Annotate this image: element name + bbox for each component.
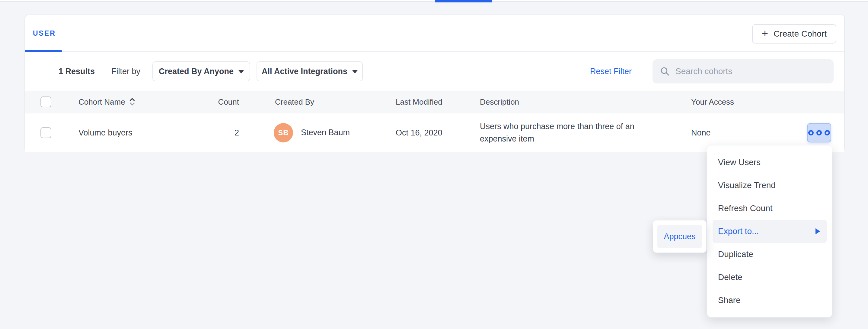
cohort-name-link[interactable]: Volume buyers: [79, 128, 132, 137]
filter-by-label: Filter by: [112, 67, 140, 76]
menu-item-appcues[interactable]: Appcues: [657, 225, 702, 248]
column-header-created-by[interactable]: Created By: [275, 97, 314, 106]
description-value: Users who purchase more than three of an…: [480, 120, 655, 145]
avatar: SB: [274, 123, 293, 142]
filter-bar: 1 Results Filter by Created By Anyone Al…: [25, 52, 844, 91]
integrations-dropdown[interactable]: All Active Integrations: [256, 61, 363, 81]
row-checkbox[interactable]: [40, 127, 51, 138]
created-by-dropdown-value: Created By Anyone: [159, 67, 234, 76]
menu-item-share[interactable]: Share: [707, 289, 832, 312]
menu-item-refresh-count[interactable]: Refresh Count: [707, 197, 832, 220]
create-cohort-button[interactable]: + Create Cohort: [752, 24, 836, 44]
more-dots-icon: [825, 130, 830, 135]
plus-icon: +: [762, 28, 768, 39]
create-cohort-label: Create Cohort: [774, 29, 827, 39]
sort-icon[interactable]: [129, 98, 135, 106]
tabs-row: USER + Create Cohort: [25, 15, 844, 52]
menu-item-export-to-label: Export to...: [718, 226, 759, 236]
active-nav-tab-indicator: [435, 0, 492, 2]
search-icon: [660, 66, 670, 77]
menu-item-duplicate[interactable]: Duplicate: [707, 243, 832, 266]
search-cohorts-input[interactable]: [676, 59, 834, 83]
column-header-cohort-name[interactable]: Cohort Name: [79, 97, 135, 106]
reset-filter-link[interactable]: Reset Filter: [590, 67, 632, 76]
vertical-divider: [102, 65, 102, 78]
menu-item-view-users[interactable]: View Users: [707, 151, 832, 174]
export-submenu: Appcues: [653, 220, 707, 253]
search-cohorts-box[interactable]: [652, 59, 834, 83]
tab-user-label: USER: [25, 29, 56, 37]
column-header-count[interactable]: Count: [191, 97, 239, 106]
integrations-dropdown-value: All Active Integrations: [262, 67, 347, 76]
results-count: 1 Results: [59, 67, 95, 76]
menu-item-delete[interactable]: Delete: [707, 266, 832, 289]
top-nav-strip: [0, 0, 868, 2]
chevron-down-icon: [239, 70, 244, 74]
row-actions-button[interactable]: [807, 123, 831, 142]
menu-item-visualize-trend[interactable]: Visualize Trend: [707, 174, 832, 197]
chevron-down-icon: [352, 70, 358, 74]
column-header-your-access[interactable]: Your Access: [691, 97, 734, 106]
cohort-count: 2: [191, 128, 239, 137]
column-header-last-modified[interactable]: Last Modified: [396, 97, 442, 106]
cohort-name-header-label: Cohort Name: [79, 97, 125, 106]
creator-name: Steven Baum: [301, 128, 350, 137]
cohorts-card: USER + Create Cohort 1 Results Filter by…: [25, 15, 845, 152]
table-header: Cohort Name Count Created By Last Modifi…: [25, 91, 844, 113]
created-by-dropdown[interactable]: Created By Anyone: [152, 61, 250, 81]
your-access-value: None: [691, 128, 711, 137]
active-tab-underline: [25, 50, 62, 52]
more-dots-icon: [816, 130, 822, 135]
context-menu: View Users Visualize Trend Refresh Count…: [707, 145, 832, 318]
select-all-checkbox[interactable]: [40, 97, 51, 107]
more-dots-icon: [808, 130, 814, 135]
column-header-description[interactable]: Description: [480, 97, 519, 106]
tab-user[interactable]: USER: [25, 15, 62, 51]
submenu-arrow-icon: [815, 228, 820, 235]
menu-item-export-to[interactable]: Export to...: [713, 220, 827, 243]
created-by-cell: SB Steven Baum: [274, 123, 350, 142]
last-modified-value: Oct 16, 2020: [396, 128, 442, 137]
